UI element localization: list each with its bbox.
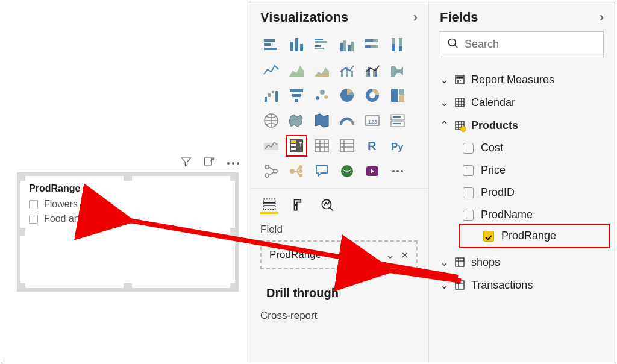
svg-point-74 xyxy=(299,170,302,172)
viz-more-icon[interactable] xyxy=(387,160,409,182)
viz-shape-map[interactable] xyxy=(311,110,333,131)
viz-line[interactable] xyxy=(260,59,282,81)
svg-rect-13 xyxy=(348,45,351,51)
pane-header: Visualizations › xyxy=(249,1,428,31)
focus-mode-icon[interactable] xyxy=(203,155,215,168)
viz-100-bar[interactable] xyxy=(362,34,383,55)
viz-key-influencers[interactable] xyxy=(260,160,282,182)
viz-arcgis[interactable] xyxy=(336,160,358,182)
viz-100-column[interactable] xyxy=(387,34,409,55)
viz-gauge[interactable] xyxy=(336,110,358,131)
table-name: Report Measures xyxy=(471,74,554,86)
viz-python[interactable]: Py xyxy=(387,135,409,157)
resize-handle[interactable] xyxy=(124,283,132,292)
collapse-icon[interactable]: › xyxy=(600,10,604,25)
viz-powerapps[interactable] xyxy=(362,160,383,182)
resize-handle[interactable] xyxy=(230,172,239,181)
field-row[interactable]: ProdID xyxy=(440,181,610,204)
table-row[interactable]: ⌄ Calendar xyxy=(440,91,610,114)
viz-multi-card[interactable] xyxy=(387,110,409,131)
table-row[interactable]: ⌄ Report Measures xyxy=(440,68,610,91)
svg-point-39 xyxy=(324,95,328,99)
viz-kpi[interactable] xyxy=(260,135,282,157)
viz-qa[interactable] xyxy=(311,160,333,182)
drill-through-title: Drill through xyxy=(249,269,428,304)
remove-icon[interactable]: ✕ xyxy=(401,249,409,261)
field-row-selected[interactable]: ProdRange xyxy=(459,224,610,248)
resize-handle[interactable] xyxy=(17,172,25,181)
field-row[interactable]: Cost xyxy=(440,137,610,159)
fields-tab[interactable] xyxy=(260,196,278,214)
checkbox-checked-icon[interactable] xyxy=(483,231,494,242)
field-row[interactable]: ProdName xyxy=(440,204,610,226)
svg-rect-32 xyxy=(272,91,274,93)
checkbox-icon[interactable] xyxy=(463,165,474,176)
svg-rect-7 xyxy=(315,39,323,40)
svg-rect-5 xyxy=(295,38,298,51)
svg-rect-33 xyxy=(275,91,278,102)
viz-line-stacked-column[interactable] xyxy=(336,59,358,81)
more-icon[interactable] xyxy=(226,157,240,166)
field-well[interactable]: ProdRange ⌄ ✕ xyxy=(260,240,418,269)
format-tab[interactable] xyxy=(289,196,307,214)
pane-header: Fields › xyxy=(429,1,615,31)
checkbox-icon[interactable] xyxy=(29,200,38,209)
resize-handle[interactable] xyxy=(230,283,239,292)
svg-rect-63 xyxy=(340,140,354,152)
svg-rect-3 xyxy=(264,48,277,50)
checkbox-icon[interactable] xyxy=(463,143,474,154)
viz-stacked-bar[interactable] xyxy=(260,34,282,55)
field-well-item[interactable]: ProdRange ⌄ ✕ xyxy=(262,242,416,268)
resize-handle[interactable] xyxy=(17,228,25,236)
viz-slicer[interactable] xyxy=(286,135,307,157)
checkbox-icon[interactable] xyxy=(463,187,474,198)
resize-handle[interactable] xyxy=(230,228,239,236)
slicer-item[interactable]: Food and Drink xyxy=(29,213,227,224)
viz-table[interactable] xyxy=(311,135,333,157)
viz-pie[interactable] xyxy=(336,84,358,106)
viz-decomposition[interactable] xyxy=(286,160,307,182)
svg-rect-34 xyxy=(290,89,303,92)
checkbox-icon[interactable] xyxy=(29,215,38,224)
viz-map[interactable] xyxy=(260,110,282,131)
viz-clustered-column[interactable] xyxy=(336,34,358,55)
search-input[interactable] xyxy=(440,31,604,57)
table-row[interactable]: ⌄ Transactions xyxy=(440,274,610,297)
viz-area[interactable] xyxy=(286,59,307,81)
viz-card[interactable]: 123 xyxy=(362,110,383,131)
field-row[interactable]: Price xyxy=(440,159,610,181)
slicer-visual[interactable]: ProdRange Flowers Food and Drink xyxy=(17,172,239,292)
filter-icon[interactable] xyxy=(180,155,192,168)
viz-scatter[interactable] xyxy=(311,84,333,106)
svg-rect-36 xyxy=(295,99,298,102)
report-canvas[interactable]: ProdRange Flowers Food and Drink xyxy=(0,0,249,359)
svg-point-76 xyxy=(341,165,353,177)
resize-handle[interactable] xyxy=(124,172,132,181)
svg-rect-93 xyxy=(456,98,464,107)
viz-donut[interactable] xyxy=(362,84,383,106)
analytics-tab[interactable] xyxy=(318,196,336,214)
viz-line-clustered-column[interactable] xyxy=(362,59,383,81)
slicer-item[interactable]: Flowers xyxy=(29,199,227,210)
chevron-down-icon[interactable]: ⌄ xyxy=(386,248,395,262)
collapse-icon[interactable]: › xyxy=(413,10,418,25)
viz-stacked-area[interactable] xyxy=(311,59,333,81)
viz-funnel[interactable] xyxy=(286,84,307,106)
table-row[interactable]: ⌃ Products xyxy=(440,114,610,137)
svg-rect-0 xyxy=(205,158,212,165)
viz-filled-map[interactable] xyxy=(286,110,307,131)
svg-point-72 xyxy=(290,169,294,173)
viz-r[interactable]: R xyxy=(362,135,383,157)
svg-rect-43 xyxy=(391,89,398,102)
viz-ribbon[interactable] xyxy=(387,59,409,81)
viz-waterfall[interactable] xyxy=(260,84,282,106)
resize-handle[interactable] xyxy=(17,283,25,292)
viz-clustered-bar[interactable] xyxy=(311,34,333,55)
checkbox-icon[interactable] xyxy=(463,210,474,221)
viz-stacked-column[interactable] xyxy=(286,34,307,55)
viz-treemap[interactable] xyxy=(387,84,409,106)
table-row[interactable]: ⌄ shops xyxy=(440,251,610,274)
viz-matrix[interactable] xyxy=(336,135,358,157)
svg-rect-45 xyxy=(399,95,404,102)
svg-rect-2 xyxy=(264,43,271,46)
